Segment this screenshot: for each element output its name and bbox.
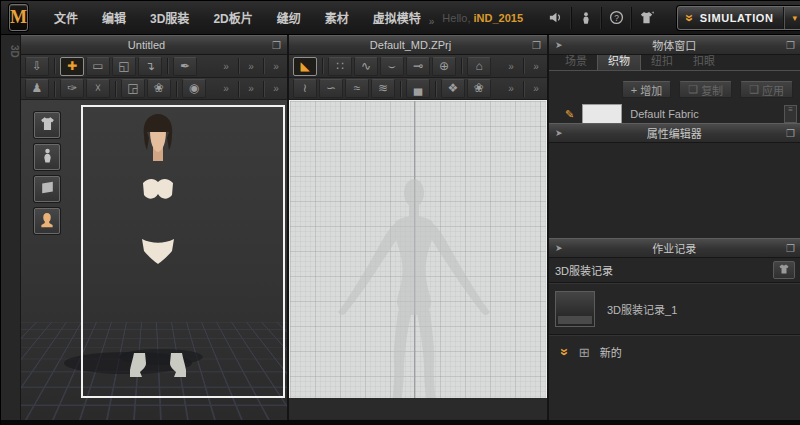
list-scroll-widget[interactable]: ≡ bbox=[784, 105, 797, 123]
head-icon bbox=[38, 211, 56, 232]
panel-property-editor: ➤ 属性编辑器 ❐ bbox=[549, 123, 800, 238]
apply-fabric-button[interactable]: ❑ 应用 bbox=[740, 81, 793, 98]
collapse-panel-icon[interactable]: ➤ bbox=[555, 40, 563, 50]
new-record-row[interactable]: » ⊞ 新的 bbox=[549, 336, 800, 368]
transform-pattern-tool[interactable]: ◱ bbox=[112, 57, 136, 76]
edit-sewing-tool[interactable]: ≀ bbox=[293, 79, 317, 98]
capture-garment-button[interactable] bbox=[773, 261, 795, 279]
fold-arrangement-tool[interactable]: ◲ bbox=[121, 79, 145, 98]
avatar-pose-tool[interactable]: ♟ bbox=[25, 79, 49, 98]
svg-text:?: ? bbox=[614, 13, 619, 23]
panel-3d-header[interactable]: Untitled ❐ bbox=[21, 35, 287, 55]
button-place-tool[interactable]: ◉ bbox=[182, 79, 206, 98]
main-menu: 文件编辑3D服装2D板片缝纫素材虚拟模特 bbox=[42, 3, 433, 32]
garment-record-section: 3D服装记录 bbox=[549, 258, 800, 282]
segment-sewing-tool[interactable]: ∽ bbox=[319, 79, 343, 98]
property-editor-header[interactable]: ➤ 属性编辑器 ❐ bbox=[549, 123, 800, 143]
detach-window-icon[interactable]: ❐ bbox=[786, 243, 795, 254]
edit-curvature-tool[interactable]: ∿ bbox=[354, 57, 378, 76]
collapse-panel-icon[interactable]: ➤ bbox=[555, 243, 563, 253]
gravity-drop-tool[interactable]: ⇩ bbox=[25, 57, 49, 76]
chevron-down-icon[interactable]: » bbox=[557, 348, 573, 356]
clothes-store-icon[interactable]: + bbox=[631, 7, 661, 29]
menu-material[interactable]: 素材 bbox=[313, 3, 361, 32]
add-record-icon[interactable]: ⊞ bbox=[579, 345, 590, 360]
viewport-2d[interactable] bbox=[289, 100, 547, 398]
iron-press-tool[interactable]: ▄ bbox=[406, 79, 430, 98]
dock-tab-3d[interactable]: 3D bbox=[1, 45, 20, 58]
detach-window-icon[interactable]: ❐ bbox=[532, 40, 541, 51]
display-toggle-buttons bbox=[34, 112, 60, 234]
edit-pattern-tool[interactable]: ∷ bbox=[328, 57, 352, 76]
fabric-swatch[interactable] bbox=[582, 104, 622, 123]
more-tools-expander[interactable]: » bbox=[504, 57, 518, 76]
menu-file[interactable]: 文件 bbox=[42, 3, 90, 32]
collapse-panel-icon[interactable]: ➤ bbox=[555, 128, 563, 138]
edit-pencil-icon[interactable]: ✎ bbox=[565, 108, 574, 121]
select-box-tool[interactable]: ▭ bbox=[86, 57, 110, 76]
show-avatar-button[interactable] bbox=[34, 144, 60, 170]
edit-curve-point-tool[interactable]: ⌣ bbox=[380, 57, 404, 76]
avatar-head-display-button[interactable] bbox=[34, 208, 60, 234]
record-thumbnail[interactable] bbox=[555, 291, 595, 327]
toolbar-3d-row1: ⇩✚▭◱↴✒»»» bbox=[21, 55, 287, 78]
menu-sewing[interactable]: 缝纫 bbox=[265, 3, 313, 32]
detach-window-icon[interactable]: ❐ bbox=[786, 40, 795, 51]
menu-edit[interactable]: 编辑 bbox=[90, 3, 138, 32]
fit-garment-tool[interactable]: ❀ bbox=[147, 79, 171, 98]
simulation-button[interactable]: » SIMULATION ▾ bbox=[677, 6, 800, 30]
select-move-tool[interactable]: ✚ bbox=[60, 57, 84, 76]
more-tools-expander[interactable]: » bbox=[244, 57, 258, 76]
menu-2d-pattern[interactable]: 2D板片 bbox=[201, 3, 264, 32]
more-tools-expander[interactable]: » bbox=[504, 79, 518, 98]
move-parallel-tool[interactable]: ↴ bbox=[138, 57, 162, 76]
copy-fabric-button[interactable]: ❏ 复制 bbox=[679, 81, 732, 98]
simulation-dropdown-icon[interactable]: ▾ bbox=[783, 7, 800, 29]
volume-icon[interactable] bbox=[541, 7, 571, 29]
pins-remove-tool[interactable]: ☓ bbox=[86, 79, 110, 98]
shirt-icon bbox=[39, 115, 56, 135]
show-pattern-button[interactable] bbox=[34, 176, 60, 202]
pin-create-tool[interactable]: ✑ bbox=[60, 79, 84, 98]
app-logo[interactable]: M bbox=[9, 4, 28, 31]
help-icon[interactable]: ? bbox=[601, 7, 631, 29]
menu-3d-garment[interactable]: 3D服装 bbox=[138, 3, 201, 32]
more-tools-expander[interactable]: » bbox=[269, 57, 283, 76]
simulation-label: SIMULATION bbox=[696, 12, 784, 24]
more-tools-expander[interactable]: » bbox=[244, 79, 258, 98]
transform-pattern-2d-tool[interactable]: ◣ bbox=[293, 57, 317, 76]
free-sewing-tool[interactable]: ≈ bbox=[345, 79, 369, 98]
object-window-header[interactable]: ➤ 物体窗口 ❐ bbox=[549, 35, 800, 55]
mn-sewing-tool[interactable]: ≋ bbox=[371, 79, 395, 98]
username[interactable]: iND_2015 bbox=[474, 12, 524, 24]
window-bottom-border bbox=[1, 420, 800, 425]
viewport-3d[interactable] bbox=[21, 100, 287, 420]
show-texture-tool[interactable]: ❀ bbox=[467, 79, 491, 98]
menu-overflow-icon[interactable]: » bbox=[429, 16, 435, 27]
pin-needle-tool[interactable]: ✒ bbox=[173, 57, 197, 76]
panel-3d-garment: Untitled ❐ ⇩✚▭◱↴✒»»» ♟✑☓◲❀◉»»» bbox=[21, 35, 287, 420]
add-point-tool[interactable]: ⊸ bbox=[406, 57, 430, 76]
more-tools-expander[interactable]: » bbox=[529, 57, 543, 76]
fabric-list-item[interactable]: ✎ Default Fabric ≡ bbox=[549, 104, 800, 123]
detach-window-icon[interactable]: ❐ bbox=[272, 40, 281, 51]
add-fabric-button[interactable]: + 增加 bbox=[622, 81, 671, 98]
garment-record-item[interactable]: 3D服装记录_1 bbox=[549, 284, 800, 334]
toolbar-separator bbox=[238, 81, 239, 97]
edit-texture-tool[interactable]: ❖ bbox=[441, 79, 465, 98]
more-tools-expander[interactable]: » bbox=[219, 79, 233, 98]
avatar-3d[interactable] bbox=[48, 105, 268, 405]
add-free-point-tool[interactable]: ⊕ bbox=[432, 57, 456, 76]
job-record-header[interactable]: ➤ 作业记录 ❐ bbox=[549, 238, 800, 258]
account-icon[interactable] bbox=[571, 7, 601, 29]
more-tools-expander[interactable]: » bbox=[219, 57, 233, 76]
menu-avatar[interactable]: 虚拟模特 bbox=[361, 3, 433, 32]
polygon-pattern-tool[interactable]: ⌂ bbox=[467, 57, 491, 76]
more-tools-expander[interactable]: » bbox=[529, 79, 543, 98]
more-tools-expander[interactable]: » bbox=[269, 79, 283, 98]
detach-window-icon[interactable]: ❐ bbox=[786, 128, 795, 139]
fabric-actions: + 增加 ❏ 复制 ❑ 应用 bbox=[549, 71, 800, 98]
show-garment-button[interactable] bbox=[34, 112, 60, 138]
panel-2d-header[interactable]: Default_MD.ZPrj ❐ bbox=[289, 35, 547, 55]
fabric-name: Default Fabric bbox=[630, 108, 698, 120]
